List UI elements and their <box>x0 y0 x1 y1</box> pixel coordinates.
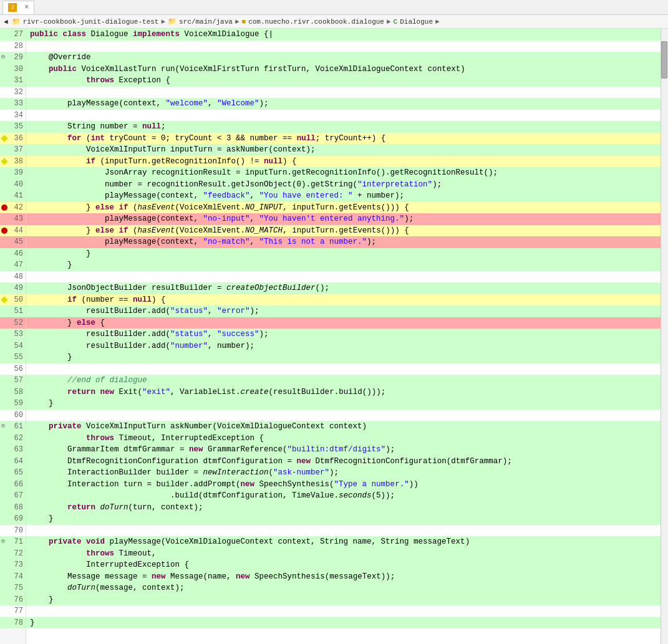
back-icon[interactable]: ◀ <box>4 17 8 26</box>
line-num-text: 28 <box>14 41 23 52</box>
line-number-78: 78 <box>0 617 26 629</box>
line-num-text: 66 <box>14 479 23 491</box>
line-num-text: 77 <box>14 605 23 617</box>
code-line-58: return new Exit("exit", VariableList.cre… <box>26 387 661 398</box>
code-line-77 <box>26 605 661 617</box>
line-num-text: 64 <box>14 456 23 468</box>
code-text: InterruptedException { <box>26 559 189 571</box>
code-text: resultBuilder.add("status", "error"); <box>26 305 259 317</box>
code-text: Message message = new Message(name, new … <box>26 571 395 583</box>
code-line-42: } else if (hasEvent(VoiceXmlEvent.NO_INP… <box>26 202 661 214</box>
code-text <box>26 271 30 283</box>
code-area[interactable]: public class Dialogue implements VoiceXm… <box>26 29 661 644</box>
code-line-31: throws Exception { <box>26 75 661 87</box>
line-number-52: 52 <box>0 317 26 329</box>
line-num-text: 73 <box>14 559 23 571</box>
line-number-72: 72 <box>0 548 26 560</box>
code-line-50: if (number == null) { <box>26 294 661 306</box>
line-num-text: 72 <box>14 548 23 560</box>
code-text: throws Exception { <box>26 75 170 87</box>
line-num-text: 39 <box>14 167 23 179</box>
line-num-text: 75 <box>14 582 23 594</box>
collapse-icon[interactable]: ⊖ <box>1 52 5 64</box>
line-number-40: 40 <box>0 179 26 191</box>
code-text: String number = null; <box>26 121 166 133</box>
code-text: playMessage(context, "feedback", "You ha… <box>26 190 404 202</box>
vertical-scrollbar[interactable] <box>661 29 668 644</box>
line-num-text: 57 <box>14 375 23 387</box>
line-number-33: 33 <box>0 98 26 110</box>
scrollbar-thumb-v[interactable] <box>661 41 667 79</box>
line-num-text: 74 <box>14 571 23 583</box>
line-num-text: 43 <box>14 213 23 225</box>
code-line-63: GrammarItem dtmfGrammar = new GrammarRef… <box>26 444 661 456</box>
code-text: if (inputTurn.getRecognitionInfo() != nu… <box>26 156 297 168</box>
line-num-text: 34 <box>14 110 23 122</box>
class-icon: C <box>394 18 398 26</box>
line-number-49: 49 <box>0 282 26 294</box>
code-text: .build(dtmfConfiguration, TimeValue.seco… <box>26 490 395 502</box>
line-num-text: 30 <box>14 64 23 75</box>
code-line-48 <box>26 271 661 283</box>
line-number-45: 45 <box>0 236 26 248</box>
line-num-text: 65 <box>14 467 23 479</box>
line-number-57: 57 <box>0 375 26 387</box>
line-number-76: 76 <box>0 594 26 606</box>
code-line-74: Message message = new Message(name, new … <box>26 571 661 583</box>
code-line-75: doTurn(message, context); <box>26 582 661 594</box>
code-text: VoiceXmlInputTurn inputTurn = askNumber(… <box>26 144 316 156</box>
line-number-68: 68 <box>0 502 26 514</box>
line-number-71: ⊖71 <box>0 536 26 548</box>
line-number-44: 44 <box>0 225 26 237</box>
collapse-icon[interactable]: ⊖ <box>1 536 5 548</box>
code-text: doTurn(message, context); <box>26 582 185 594</box>
java-file-icon: J <box>8 3 17 12</box>
line-num-text: 48 <box>14 271 23 283</box>
code-line-56 <box>26 363 661 375</box>
line-num-text: 29 <box>14 52 23 64</box>
code-line-62: throws Timeout, InterruptedException { <box>26 433 661 445</box>
close-icon[interactable]: × <box>24 3 29 12</box>
code-text: public VoiceXmlLastTurn run(VoiceXmlFirs… <box>26 64 465 75</box>
line-num-text: 60 <box>14 410 23 421</box>
code-text: } <box>26 398 54 410</box>
code-text: Interaction turn = builder.addPrompt(new… <box>26 479 419 491</box>
code-text: } else { <box>26 317 105 329</box>
line-num-text: 42 <box>14 202 23 214</box>
breadcrumb-part-3: com.nuecho.rivr.cookbook.dialogue <box>248 18 384 26</box>
code-text: private void playMessage(VoiceXmlDialogu… <box>26 536 470 548</box>
breakpoint-icon <box>1 204 7 211</box>
code-line-49: JsonObjectBuilder resultBuilder = create… <box>26 282 661 294</box>
breadcrumb-part-1: rivr-cookbook-junit-dialogue-test <box>23 18 159 26</box>
code-line-52: } else { <box>26 317 661 329</box>
line-number-39: 39 <box>0 167 26 179</box>
line-num-text: 35 <box>14 121 23 133</box>
line-num-text: 52 <box>14 317 23 329</box>
line-num-text: 46 <box>14 248 23 260</box>
code-text <box>26 605 30 617</box>
code-line-28 <box>26 41 661 52</box>
line-number-75: 75 <box>0 582 26 594</box>
collapse-icon[interactable]: ⊖ <box>1 421 5 433</box>
code-line-46: } <box>26 248 661 260</box>
line-numbers-gutter: 2728⊖29303132333435363738394041424344454… <box>0 29 26 644</box>
code-line-33: playMessage(context, "welcome", "Welcome… <box>26 98 661 110</box>
line-num-text: 68 <box>14 502 23 514</box>
code-line-45: playMessage(context, "no-match", "This i… <box>26 236 661 248</box>
line-num-text: 62 <box>14 433 23 445</box>
code-text <box>26 41 30 52</box>
code-text: JsonObjectBuilder resultBuilder = create… <box>26 282 329 294</box>
code-text: } else if (hasEvent(VoiceXmlEvent.NO_MAT… <box>26 225 409 237</box>
line-number-32: 32 <box>0 87 26 99</box>
line-num-text: 36 <box>14 133 23 145</box>
code-text <box>26 410 30 421</box>
line-number-54: 54 <box>0 340 26 352</box>
line-number-63: 63 <box>0 444 26 456</box>
line-number-73: 73 <box>0 559 26 571</box>
code-line-78: } <box>26 617 661 629</box>
editor-tab[interactable]: J × <box>2 1 34 14</box>
line-number-31: 31 <box>0 75 26 87</box>
line-number-59: 59 <box>0 398 26 410</box>
line-num-text: 69 <box>14 513 23 525</box>
line-num-text: 40 <box>14 179 23 191</box>
